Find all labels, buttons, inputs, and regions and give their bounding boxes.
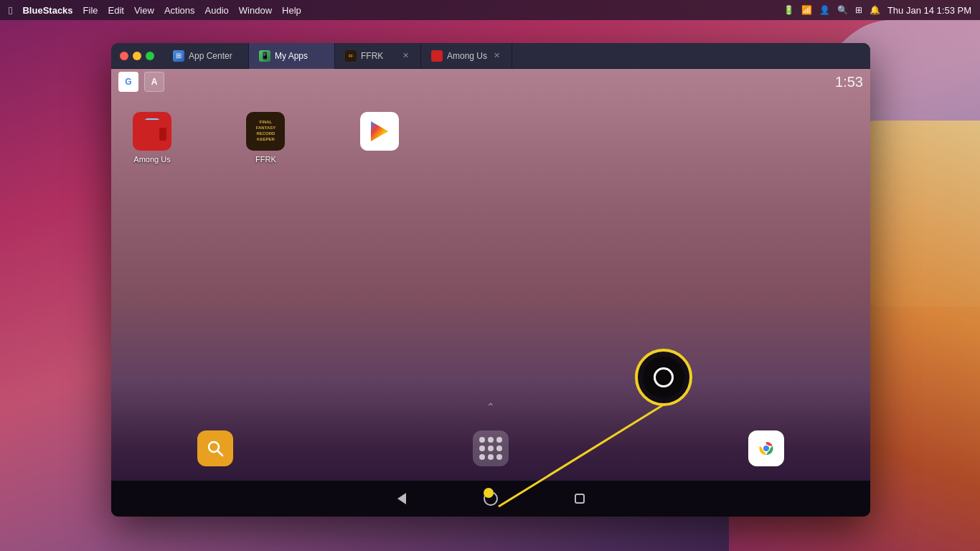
fullscreen-button[interactable] [146, 52, 154, 60]
menubar-time: Thu Jan 14 1:53 PM [887, 5, 971, 16]
annotation-dot [484, 488, 494, 498]
among-backpack [159, 128, 166, 141]
search-icon[interactable]: 🔍 [837, 5, 848, 15]
annotation-circle [635, 349, 692, 406]
dock-search-icon[interactable] [197, 430, 233, 466]
svg-point-5 [763, 446, 769, 451]
ffrk-icon-img: FINALFANTASYRECORDKEEPER [246, 112, 285, 151]
myapps-tab-icon: 📱 [259, 50, 270, 62]
tab-amongus-close[interactable]: ✕ [491, 51, 501, 61]
bluestacks-window: ⊞ App Center 📱 My Apps FF FFRK ✕ [111, 43, 870, 517]
control-center-icon[interactable]: ⊞ [855, 5, 862, 15]
svg-marker-8 [397, 493, 406, 504]
dock-chrome-icon[interactable] [748, 430, 784, 466]
grid-dots-icon [479, 437, 502, 460]
apple-menu-icon[interactable]:  [9, 4, 12, 17]
menubar-right: 🔋 📶 👤 🔍 ⊞ 🔔 Thu Jan 14 1:53 PM [783, 5, 971, 16]
menu-view[interactable]: View [134, 5, 154, 16]
tab-amongus-label: Among Us [447, 51, 487, 61]
app-name-label[interactable]: BlueStacks [22, 5, 72, 16]
desktop-icons-area: Among Us FINALFANTASYRECORDKEEPER FFRK [111, 98, 870, 416]
a-button[interactable]: A [144, 72, 164, 92]
minimize-button[interactable] [133, 52, 141, 60]
svg-rect-10 [575, 494, 584, 503]
user-icon: 👤 [819, 5, 830, 15]
menubar:  BlueStacks File Edit View Actions Audi… [0, 0, 980, 20]
android-toolbar: G A 1:53 [111, 69, 870, 95]
tab-ffrk-label: FFRK [361, 51, 383, 61]
app-icon-among-us[interactable]: Among Us [133, 112, 171, 164]
nav-recents-button[interactable] [571, 490, 588, 507]
android-content: G A 1:53 Among Us FINALFANTASYRECORDKEEP… [111, 69, 870, 517]
google-button[interactable]: G [118, 72, 138, 92]
tabs-bar: ⊞ App Center 📱 My Apps FF FFRK ✕ [163, 43, 870, 69]
tab-appcenter[interactable]: ⊞ App Center [163, 43, 249, 69]
app-icon-ffrk[interactable]: FINALFANTASYRECORDKEEPER FFRK [246, 112, 285, 164]
amongus-tab-icon [431, 50, 443, 62]
annotation-inner [643, 357, 684, 398]
app-label-ffrk: FFRK [255, 155, 276, 164]
menu-window[interactable]: Window [239, 5, 272, 16]
android-dock [111, 416, 870, 481]
tab-appcenter-label: App Center [189, 51, 232, 61]
tab-amongus[interactable]: Among Us ✕ [421, 43, 512, 69]
app-icon-play-store[interactable] [360, 112, 399, 155]
up-arrow-indicator: ⌃ [486, 401, 495, 413]
android-time-display: 1:53 [835, 74, 863, 90]
menu-audio[interactable]: Audio [205, 5, 229, 16]
close-button[interactable] [120, 52, 128, 60]
ffrk-tab-icon: FF [345, 50, 357, 62]
tab-ffrk[interactable]: FF FFRK ✕ [335, 43, 421, 69]
play-store-icon-img [360, 112, 399, 151]
menubar-left:  BlueStacks File Edit View Actions Audi… [9, 4, 301, 17]
android-navbar [111, 481, 870, 517]
appcenter-tab-icon: ⊞ [173, 50, 184, 62]
menu-help[interactable]: Help [282, 5, 301, 16]
tab-myapps[interactable]: 📱 My Apps [249, 43, 335, 69]
dock-apps-icon[interactable] [473, 430, 509, 466]
app-label-among-us: Among Us [133, 155, 170, 164]
tab-ffrk-close[interactable]: ✕ [400, 51, 410, 61]
traffic-lights [111, 52, 163, 60]
menu-edit[interactable]: Edit [108, 5, 124, 16]
nav-back-button[interactable] [393, 490, 410, 507]
wifi-icon: 📶 [801, 5, 812, 15]
tab-myapps-label: My Apps [275, 51, 308, 61]
battery-icon: 🔋 [783, 5, 794, 15]
notification-icon[interactable]: 🔔 [870, 5, 880, 15]
menu-actions[interactable]: Actions [164, 5, 195, 16]
annotation-home-icon [654, 367, 674, 387]
menu-file[interactable]: File [83, 5, 98, 16]
title-bar: ⊞ App Center 📱 My Apps FF FFRK ✕ [111, 43, 870, 69]
svg-line-2 [218, 451, 223, 456]
